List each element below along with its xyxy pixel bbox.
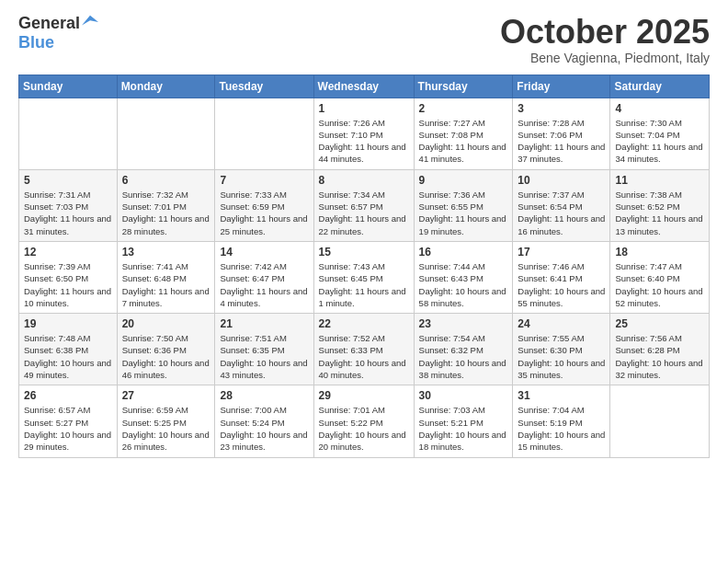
day-info: Sunrise: 7:48 AMSunset: 6:38 PMDaylight:… (24, 332, 112, 381)
day-info: Sunrise: 7:56 AMSunset: 6:28 PMDaylight:… (615, 332, 704, 381)
day-number: 23 (419, 317, 508, 330)
day-info: Sunrise: 7:38 AMSunset: 6:52 PMDaylight:… (615, 189, 704, 237)
calendar-table: Sunday Monday Tuesday Wednesday Thursday… (18, 75, 710, 458)
day-info: Sunrise: 7:52 AMSunset: 6:33 PMDaylight:… (319, 332, 409, 381)
day-info: Sunrise: 7:41 AMSunset: 6:48 PMDaylight:… (122, 260, 210, 309)
logo-general-text: General (18, 14, 80, 33)
table-row: 30Sunrise: 7:03 AMSunset: 5:21 PMDayligh… (414, 385, 513, 457)
day-number: 29 (319, 389, 409, 402)
calendar-week-row: 19Sunrise: 7:48 AMSunset: 6:38 PMDayligh… (19, 314, 710, 385)
day-number: 3 (518, 102, 605, 115)
day-number: 31 (518, 389, 605, 402)
day-info: Sunrise: 7:39 AMSunset: 6:50 PMDaylight:… (24, 260, 112, 309)
day-info: Sunrise: 7:33 AMSunset: 6:59 PMDaylight:… (220, 189, 308, 237)
day-info: Sunrise: 7:51 AMSunset: 6:35 PMDaylight:… (220, 332, 308, 381)
table-row: 21Sunrise: 7:51 AMSunset: 6:35 PMDayligh… (215, 314, 313, 385)
page: General Blue October 2025 Bene Vagienna,… (0, 0, 728, 563)
table-row: 13Sunrise: 7:41 AMSunset: 6:48 PMDayligh… (117, 241, 215, 313)
day-number: 10 (518, 174, 605, 187)
day-number: 12 (24, 246, 112, 259)
month-title: October 2025 (500, 14, 710, 51)
table-row: 14Sunrise: 7:42 AMSunset: 6:47 PMDayligh… (215, 241, 313, 313)
table-row: 27Sunrise: 6:59 AMSunset: 5:25 PMDayligh… (117, 385, 215, 457)
table-row: 16Sunrise: 7:44 AMSunset: 6:43 PMDayligh… (414, 241, 513, 313)
day-number: 26 (24, 389, 112, 402)
logo-bird-icon (82, 14, 98, 30)
day-number: 21 (220, 317, 308, 330)
day-info: Sunrise: 7:42 AMSunset: 6:47 PMDaylight:… (220, 260, 308, 309)
day-info: Sunrise: 7:28 AMSunset: 7:06 PMDaylight:… (518, 117, 605, 166)
table-row: 23Sunrise: 7:54 AMSunset: 6:32 PMDayligh… (414, 314, 513, 385)
day-info: Sunrise: 6:59 AMSunset: 5:25 PMDaylight:… (122, 404, 210, 453)
table-row: 11Sunrise: 7:38 AMSunset: 6:52 PMDayligh… (610, 169, 710, 241)
table-row (610, 385, 710, 457)
table-row: 31Sunrise: 7:04 AMSunset: 5:19 PMDayligh… (513, 385, 610, 457)
day-info: Sunrise: 7:26 AMSunset: 7:10 PMDaylight:… (319, 117, 409, 166)
day-number: 16 (419, 246, 508, 259)
day-info: Sunrise: 7:27 AMSunset: 7:08 PMDaylight:… (419, 117, 508, 166)
table-row: 10Sunrise: 7:37 AMSunset: 6:54 PMDayligh… (513, 169, 610, 241)
table-row: 15Sunrise: 7:43 AMSunset: 6:45 PMDayligh… (313, 241, 414, 313)
day-info: Sunrise: 7:31 AMSunset: 7:03 PMDaylight:… (24, 189, 112, 237)
table-row: 18Sunrise: 7:47 AMSunset: 6:40 PMDayligh… (610, 241, 710, 313)
day-info: Sunrise: 7:47 AMSunset: 6:40 PMDaylight:… (615, 260, 704, 309)
col-wednesday: Wednesday (313, 75, 414, 98)
table-row: 1Sunrise: 7:26 AMSunset: 7:10 PMDaylight… (313, 98, 414, 169)
calendar-week-row: 12Sunrise: 7:39 AMSunset: 6:50 PMDayligh… (19, 241, 710, 313)
svg-marker-0 (82, 15, 98, 25)
calendar-week-row: 1Sunrise: 7:26 AMSunset: 7:10 PMDaylight… (19, 98, 710, 169)
day-number: 15 (319, 246, 409, 259)
logo-blue-text: Blue (18, 33, 54, 52)
day-number: 7 (220, 174, 308, 187)
day-number: 2 (419, 102, 508, 115)
day-info: Sunrise: 7:54 AMSunset: 6:32 PMDaylight:… (419, 332, 508, 381)
day-number: 19 (24, 317, 112, 330)
day-info: Sunrise: 7:43 AMSunset: 6:45 PMDaylight:… (319, 260, 409, 309)
day-number: 24 (518, 317, 605, 330)
day-number: 17 (518, 246, 605, 259)
day-info: Sunrise: 7:00 AMSunset: 5:24 PMDaylight:… (220, 404, 308, 453)
day-number: 5 (24, 174, 112, 187)
day-info: Sunrise: 7:34 AMSunset: 6:57 PMDaylight:… (319, 189, 409, 237)
location: Bene Vagienna, Piedmont, Italy (500, 51, 710, 65)
col-sunday: Sunday (19, 75, 118, 98)
col-friday: Friday (513, 75, 610, 98)
table-row: 20Sunrise: 7:50 AMSunset: 6:36 PMDayligh… (117, 314, 215, 385)
table-row: 28Sunrise: 7:00 AMSunset: 5:24 PMDayligh… (215, 385, 313, 457)
table-row: 8Sunrise: 7:34 AMSunset: 6:57 PMDaylight… (313, 169, 414, 241)
table-row: 26Sunrise: 6:57 AMSunset: 5:27 PMDayligh… (19, 385, 118, 457)
day-info: Sunrise: 6:57 AMSunset: 5:27 PMDaylight:… (24, 404, 112, 453)
day-info: Sunrise: 7:36 AMSunset: 6:55 PMDaylight:… (419, 189, 508, 237)
day-info: Sunrise: 7:04 AMSunset: 5:19 PMDaylight:… (518, 404, 605, 453)
day-info: Sunrise: 7:50 AMSunset: 6:36 PMDaylight:… (122, 332, 210, 381)
day-number: 11 (615, 174, 704, 187)
day-number: 30 (419, 389, 508, 402)
header: General Blue October 2025 Bene Vagienna,… (18, 14, 710, 65)
header-right: October 2025 Bene Vagienna, Piedmont, It… (500, 14, 710, 65)
day-number: 9 (419, 174, 508, 187)
calendar-week-row: 5Sunrise: 7:31 AMSunset: 7:03 PMDaylight… (19, 169, 710, 241)
table-row: 24Sunrise: 7:55 AMSunset: 6:30 PMDayligh… (513, 314, 610, 385)
table-row: 19Sunrise: 7:48 AMSunset: 6:38 PMDayligh… (19, 314, 118, 385)
day-number: 18 (615, 246, 704, 259)
day-number: 25 (615, 317, 704, 330)
table-row (117, 98, 215, 169)
day-number: 14 (220, 246, 308, 259)
day-number: 4 (615, 102, 704, 115)
day-number: 27 (122, 389, 210, 402)
day-info: Sunrise: 7:30 AMSunset: 7:04 PMDaylight:… (615, 117, 704, 166)
day-info: Sunrise: 7:03 AMSunset: 5:21 PMDaylight:… (419, 404, 508, 453)
col-monday: Monday (117, 75, 215, 98)
day-number: 20 (122, 317, 210, 330)
day-number: 8 (319, 174, 409, 187)
table-row: 6Sunrise: 7:32 AMSunset: 7:01 PMDaylight… (117, 169, 215, 241)
col-saturday: Saturday (610, 75, 710, 98)
day-info: Sunrise: 7:37 AMSunset: 6:54 PMDaylight:… (518, 189, 605, 237)
table-row: 3Sunrise: 7:28 AMSunset: 7:06 PMDaylight… (513, 98, 610, 169)
day-info: Sunrise: 7:46 AMSunset: 6:41 PMDaylight:… (518, 260, 605, 309)
day-info: Sunrise: 7:01 AMSunset: 5:22 PMDaylight:… (319, 404, 409, 453)
table-row: 2Sunrise: 7:27 AMSunset: 7:08 PMDaylight… (414, 98, 513, 169)
day-info: Sunrise: 7:44 AMSunset: 6:43 PMDaylight:… (419, 260, 508, 309)
day-number: 28 (220, 389, 308, 402)
table-row: 12Sunrise: 7:39 AMSunset: 6:50 PMDayligh… (19, 241, 118, 313)
